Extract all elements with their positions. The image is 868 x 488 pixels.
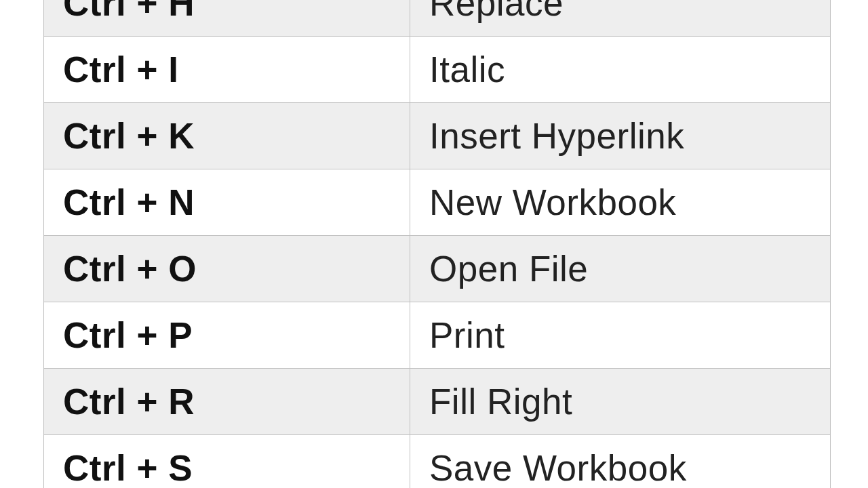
shortcuts-table: Ctrl + H Replace Ctrl + I Italic Ctrl + … <box>43 0 831 488</box>
table-row: Ctrl + S Save Workbook <box>44 435 831 489</box>
action-cell: Insert Hyperlink <box>410 103 831 169</box>
action-cell: Save Workbook <box>410 435 831 489</box>
table-row: Ctrl + H Replace <box>44 0 831 37</box>
shortcut-cell: Ctrl + O <box>44 236 410 302</box>
shortcut-cell: Ctrl + N <box>44 169 410 236</box>
action-cell: Italic <box>410 37 831 103</box>
shortcut-cell: Ctrl + H <box>44 0 410 37</box>
action-cell: New Workbook <box>410 169 831 236</box>
table-row: Ctrl + I Italic <box>44 37 831 103</box>
action-cell: Print <box>410 302 831 369</box>
shortcut-cell: Ctrl + R <box>44 369 410 435</box>
shortcut-cell: Ctrl + S <box>44 435 410 489</box>
shortcut-cell: Ctrl + K <box>44 103 410 169</box>
action-cell: Replace <box>410 0 831 37</box>
table-row: Ctrl + K Insert Hyperlink <box>44 103 831 169</box>
shortcut-cell: Ctrl + I <box>44 37 410 103</box>
shortcut-cell: Ctrl + P <box>44 302 410 369</box>
table-row: Ctrl + O Open File <box>44 236 831 302</box>
action-cell: Fill Right <box>410 369 831 435</box>
table-row: Ctrl + R Fill Right <box>44 369 831 435</box>
action-cell: Open File <box>410 236 831 302</box>
table-row: Ctrl + P Print <box>44 302 831 369</box>
table-row: Ctrl + N New Workbook <box>44 169 831 236</box>
